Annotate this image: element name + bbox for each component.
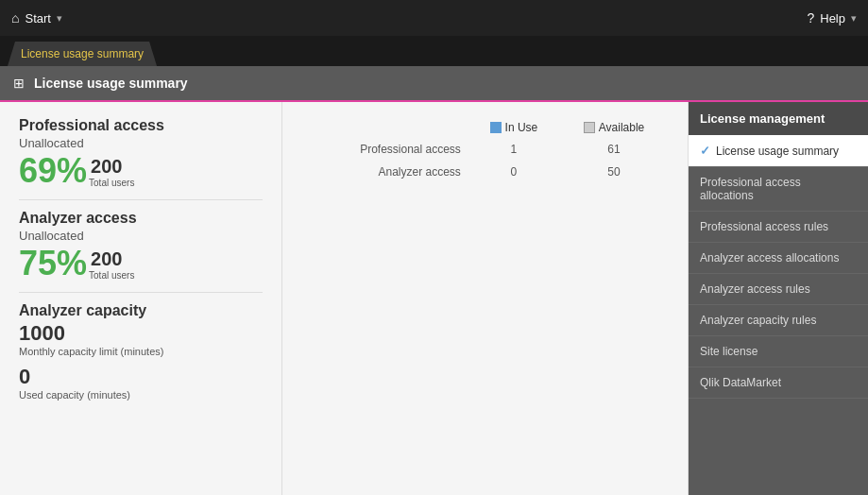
professional-access-subtitle: Unallocated <box>19 136 263 150</box>
main-content: Professional access Unallocated 69% 200 … <box>0 102 868 495</box>
used-capacity-value: 0 <box>19 365 263 389</box>
home-icon: ⌂ <box>11 10 19 26</box>
analyzer-access-subtitle: Unallocated <box>19 229 263 243</box>
sidebar-item[interactable]: Analyzer access rules <box>689 274 868 305</box>
help-circle-icon: ? <box>807 10 814 26</box>
professional-access-title: Professional access <box>19 117 263 134</box>
professional-access-number-label: Total users <box>89 178 134 188</box>
help-label[interactable]: Help <box>820 11 845 26</box>
monthly-limit-label: Monthly capacity limit (minutes) <box>19 346 263 357</box>
in-use-color-indicator <box>490 122 502 133</box>
sidebar-item[interactable]: ✓License usage summary <box>689 135 868 167</box>
page-title: License usage summary <box>34 76 188 91</box>
grid-icon: ⊞ <box>13 76 25 91</box>
analyzer-capacity-section: Analyzer capacity 1000 Monthly capacity … <box>19 302 263 410</box>
analyzer-capacity-title: Analyzer capacity <box>19 302 263 319</box>
professional-access-section: Professional access Unallocated 69% 200 … <box>19 117 263 200</box>
sidebar-item[interactable]: Qlik DataMarket <box>689 367 868 399</box>
sidebar-item-label: Site license <box>700 345 757 358</box>
analyzer-access-number-label: Total users <box>89 270 134 281</box>
sidebar-item[interactable]: Professional access allocations <box>689 167 868 212</box>
sidebar-item-label: Professional access rules <box>700 220 828 233</box>
start-label[interactable]: Start <box>25 11 50 26</box>
sidebar-header: License management <box>689 102 868 135</box>
col-label-header <box>301 117 468 138</box>
sidebar-item[interactable]: Analyzer capacity rules <box>689 305 868 336</box>
used-capacity-label: Used capacity (minutes) <box>19 389 263 401</box>
sidebar-item-label: Analyzer access rules <box>700 282 810 296</box>
available-color-indicator <box>584 122 595 133</box>
active-checkmark: ✓ <box>700 144 710 158</box>
row-in-use: 0 <box>468 161 559 183</box>
analyzer-access-number: 200 <box>91 248 134 270</box>
tab-bar: License usage summary <box>0 36 868 66</box>
professional-access-stats: 69% 200 Total users <box>19 154 263 188</box>
sidebar-item-label: Analyzer access allocations <box>700 251 839 265</box>
sidebar-item[interactable]: Site license <box>689 336 868 367</box>
middle-panel: In Use Available Professional access 1 6… <box>282 102 689 495</box>
nav-left: ⌂ Start ▾ <box>11 10 62 26</box>
monthly-limit-value: 1000 <box>19 321 263 346</box>
analyzer-access-percentage: 75% <box>19 247 87 281</box>
page-header: ⊞ License usage summary <box>0 66 868 102</box>
left-panel: Professional access Unallocated 69% 200 … <box>0 102 282 495</box>
row-available: 61 <box>559 138 669 161</box>
row-in-use: 1 <box>468 138 559 161</box>
analyzer-access-stats: 75% 200 Total users <box>19 247 263 281</box>
row-label: Analyzer access <box>301 161 468 183</box>
right-panel: License management ✓License usage summar… <box>689 102 868 495</box>
sidebar-item[interactable]: Analyzer access allocations <box>689 243 868 274</box>
sidebar-item-label: License usage summary <box>716 145 839 158</box>
sidebar-item[interactable]: Professional access rules <box>689 212 868 243</box>
col-available-header: Available <box>559 117 669 138</box>
table-row: Analyzer access 0 50 <box>301 161 669 183</box>
col-in-use-header: In Use <box>468 117 559 138</box>
analyzer-access-section: Analyzer access Unallocated 75% 200 Tota… <box>19 210 263 293</box>
sidebar-item-label: Qlik DataMarket <box>700 376 781 389</box>
sidebar-item-label: Professional access allocations <box>700 176 857 202</box>
tab-license-usage-summary[interactable]: License usage summary <box>8 42 157 66</box>
help-arrow[interactable]: ▾ <box>851 12 857 25</box>
access-table: In Use Available Professional access 1 6… <box>301 117 669 183</box>
start-arrow[interactable]: ▾ <box>57 12 62 25</box>
professional-access-percentage: 69% <box>19 154 87 188</box>
sidebar-items-container: ✓License usage summaryProfessional acces… <box>689 135 868 399</box>
sidebar-item-label: Analyzer capacity rules <box>700 314 816 327</box>
nav-right: ? Help ▾ <box>807 10 857 26</box>
top-navigation: ⌂ Start ▾ ? Help ▾ <box>0 0 868 36</box>
analyzer-access-title: Analyzer access <box>19 210 263 227</box>
row-available: 50 <box>559 161 669 183</box>
table-row: Professional access 1 61 <box>301 138 669 161</box>
professional-access-number: 200 <box>91 156 134 178</box>
row-label: Professional access <box>301 138 468 161</box>
